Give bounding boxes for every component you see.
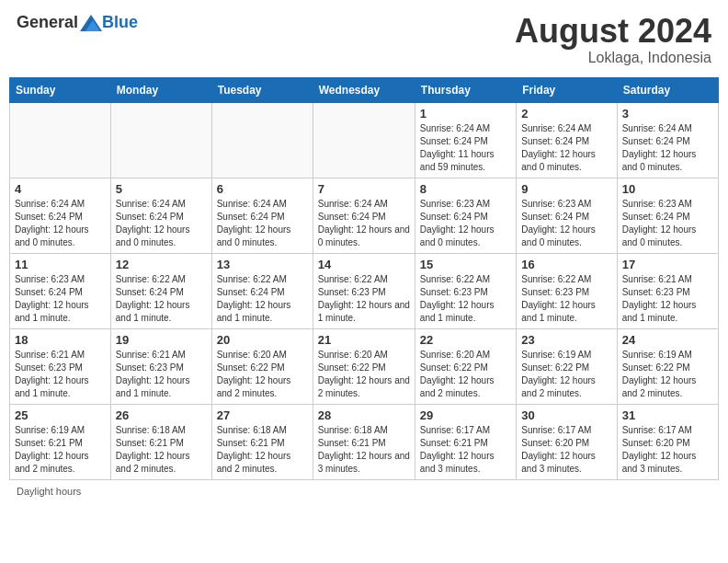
calendar-cell: 6Sunrise: 6:24 AM Sunset: 6:24 PM Daylig…	[211, 178, 313, 253]
day-number: 24	[622, 333, 713, 347]
day-info: Sunrise: 6:19 AM Sunset: 6:21 PM Dayligh…	[15, 424, 106, 476]
day-info: Sunrise: 6:20 AM Sunset: 6:22 PM Dayligh…	[217, 349, 308, 400]
header-wednesday: Wednesday	[313, 77, 415, 102]
calendar-cell: 15Sunrise: 6:22 AM Sunset: 6:23 PM Dayli…	[415, 253, 516, 328]
day-number: 4	[15, 182, 106, 196]
month-year: August 2024	[515, 13, 711, 50]
day-number: 11	[15, 258, 106, 271]
header-thursday: Thursday	[415, 77, 516, 102]
week-row-5: 25Sunrise: 6:19 AM Sunset: 6:21 PM Dayli…	[10, 404, 719, 479]
day-number: 31	[622, 408, 713, 422]
calendar-cell: 7Sunrise: 6:24 AM Sunset: 6:24 PM Daylig…	[313, 178, 415, 253]
day-number: 12	[116, 258, 207, 271]
day-info: Sunrise: 6:17 AM Sunset: 6:21 PM Dayligh…	[420, 424, 511, 476]
calendar-cell: 10Sunrise: 6:23 AM Sunset: 6:24 PM Dayli…	[617, 178, 718, 253]
calendar-cell: 29Sunrise: 6:17 AM Sunset: 6:21 PM Dayli…	[415, 404, 516, 479]
day-number: 21	[318, 333, 410, 347]
calendar-cell: 3Sunrise: 6:24 AM Sunset: 6:24 PM Daylig…	[617, 102, 718, 178]
day-number: 26	[116, 408, 207, 422]
calendar-cell: 21Sunrise: 6:20 AM Sunset: 6:22 PM Dayli…	[313, 328, 415, 404]
day-info: Sunrise: 6:17 AM Sunset: 6:20 PM Dayligh…	[622, 424, 713, 476]
day-number: 2	[521, 107, 611, 121]
day-number: 20	[217, 333, 308, 347]
day-info: Sunrise: 6:22 AM Sunset: 6:23 PM Dayligh…	[521, 273, 611, 325]
day-info: Sunrise: 6:23 AM Sunset: 6:24 PM Dayligh…	[15, 273, 106, 325]
title-area: August 2024 Loklaga, Indonesia	[515, 13, 711, 66]
calendar-cell: 20Sunrise: 6:20 AM Sunset: 6:22 PM Dayli…	[211, 328, 313, 404]
day-number: 27	[217, 408, 308, 422]
day-number: 23	[521, 333, 611, 347]
day-number: 18	[15, 333, 106, 347]
header-monday: Monday	[110, 77, 211, 102]
day-info: Sunrise: 6:21 AM Sunset: 6:23 PM Dayligh…	[622, 273, 713, 325]
calendar-cell: 18Sunrise: 6:21 AM Sunset: 6:23 PM Dayli…	[10, 328, 111, 404]
day-info: Sunrise: 6:22 AM Sunset: 6:24 PM Dayligh…	[116, 273, 207, 325]
header-saturday: Saturday	[617, 77, 718, 102]
calendar-table: SundayMondayTuesdayWednesdayThursdayFrid…	[9, 77, 719, 480]
calendar-header-row: SundayMondayTuesdayWednesdayThursdayFrid…	[10, 77, 719, 102]
week-row-1: 1Sunrise: 6:24 AM Sunset: 6:24 PM Daylig…	[10, 102, 719, 178]
day-info: Sunrise: 6:18 AM Sunset: 6:21 PM Dayligh…	[217, 424, 308, 476]
day-info: Sunrise: 6:22 AM Sunset: 6:23 PM Dayligh…	[420, 273, 511, 325]
day-info: Sunrise: 6:24 AM Sunset: 6:24 PM Dayligh…	[15, 198, 106, 249]
calendar-cell: 19Sunrise: 6:21 AM Sunset: 6:23 PM Dayli…	[110, 328, 211, 404]
daylight-hours-label: Daylight hours	[17, 486, 81, 497]
calendar-cell: 17Sunrise: 6:21 AM Sunset: 6:23 PM Dayli…	[617, 253, 718, 328]
calendar-cell: 9Sunrise: 6:23 AM Sunset: 6:24 PM Daylig…	[517, 178, 617, 253]
calendar-cell: 2Sunrise: 6:24 AM Sunset: 6:24 PM Daylig…	[517, 102, 617, 178]
day-info: Sunrise: 6:19 AM Sunset: 6:22 PM Dayligh…	[622, 349, 713, 400]
logo: General Blue	[17, 13, 138, 32]
day-info: Sunrise: 6:24 AM Sunset: 6:24 PM Dayligh…	[521, 122, 611, 174]
day-number: 22	[420, 333, 511, 347]
day-number: 30	[521, 408, 611, 422]
week-row-4: 18Sunrise: 6:21 AM Sunset: 6:23 PM Dayli…	[10, 328, 719, 404]
week-row-3: 11Sunrise: 6:23 AM Sunset: 6:24 PM Dayli…	[10, 253, 719, 328]
day-info: Sunrise: 6:23 AM Sunset: 6:24 PM Dayligh…	[521, 198, 611, 249]
day-number: 29	[420, 408, 511, 422]
header-sunday: Sunday	[10, 77, 111, 102]
day-info: Sunrise: 6:24 AM Sunset: 6:24 PM Dayligh…	[420, 122, 511, 174]
calendar-cell	[211, 102, 313, 178]
day-info: Sunrise: 6:19 AM Sunset: 6:22 PM Dayligh…	[521, 349, 611, 400]
day-number: 1	[420, 107, 511, 121]
calendar-cell: 27Sunrise: 6:18 AM Sunset: 6:21 PM Dayli…	[211, 404, 313, 479]
day-info: Sunrise: 6:17 AM Sunset: 6:20 PM Dayligh…	[521, 424, 611, 476]
calendar-cell: 14Sunrise: 6:22 AM Sunset: 6:23 PM Dayli…	[313, 253, 415, 328]
day-number: 17	[622, 258, 713, 271]
calendar-cell: 12Sunrise: 6:22 AM Sunset: 6:24 PM Dayli…	[110, 253, 211, 328]
logo-icon	[80, 15, 102, 31]
day-info: Sunrise: 6:20 AM Sunset: 6:22 PM Dayligh…	[420, 349, 511, 400]
day-number: 14	[318, 258, 410, 271]
day-info: Sunrise: 6:21 AM Sunset: 6:23 PM Dayligh…	[15, 349, 106, 400]
calendar-cell	[110, 102, 211, 178]
header-tuesday: Tuesday	[211, 77, 313, 102]
calendar-cell: 22Sunrise: 6:20 AM Sunset: 6:22 PM Dayli…	[415, 328, 516, 404]
day-info: Sunrise: 6:22 AM Sunset: 6:24 PM Dayligh…	[217, 273, 308, 325]
day-info: Sunrise: 6:24 AM Sunset: 6:24 PM Dayligh…	[622, 122, 713, 174]
footer-note: Daylight hours	[9, 486, 719, 497]
day-number: 8	[420, 182, 511, 196]
calendar-cell: 1Sunrise: 6:24 AM Sunset: 6:24 PM Daylig…	[415, 102, 516, 178]
day-info: Sunrise: 6:20 AM Sunset: 6:22 PM Dayligh…	[318, 349, 410, 400]
calendar-cell: 26Sunrise: 6:18 AM Sunset: 6:21 PM Dayli…	[110, 404, 211, 479]
calendar-cell	[313, 102, 415, 178]
calendar-cell: 31Sunrise: 6:17 AM Sunset: 6:20 PM Dayli…	[617, 404, 718, 479]
calendar-cell: 11Sunrise: 6:23 AM Sunset: 6:24 PM Dayli…	[10, 253, 111, 328]
day-number: 5	[116, 182, 207, 196]
day-number: 28	[318, 408, 410, 422]
calendar-cell: 24Sunrise: 6:19 AM Sunset: 6:22 PM Dayli…	[617, 328, 718, 404]
day-info: Sunrise: 6:22 AM Sunset: 6:23 PM Dayligh…	[318, 273, 410, 325]
calendar-cell: 23Sunrise: 6:19 AM Sunset: 6:22 PM Dayli…	[517, 328, 617, 404]
logo-text-general: General	[17, 13, 78, 32]
calendar-cell: 25Sunrise: 6:19 AM Sunset: 6:21 PM Dayli…	[10, 404, 111, 479]
day-number: 19	[116, 333, 207, 347]
logo-text-blue: Blue	[102, 13, 138, 32]
header: General Blue August 2024 Loklaga, Indone…	[9, 9, 719, 70]
calendar-cell: 5Sunrise: 6:24 AM Sunset: 6:24 PM Daylig…	[110, 178, 211, 253]
calendar-cell: 30Sunrise: 6:17 AM Sunset: 6:20 PM Dayli…	[517, 404, 617, 479]
day-number: 10	[622, 182, 713, 196]
day-info: Sunrise: 6:24 AM Sunset: 6:24 PM Dayligh…	[217, 198, 308, 249]
day-info: Sunrise: 6:18 AM Sunset: 6:21 PM Dayligh…	[116, 424, 207, 476]
location: Loklaga, Indonesia	[515, 50, 711, 66]
calendar-cell: 13Sunrise: 6:22 AM Sunset: 6:24 PM Dayli…	[211, 253, 313, 328]
